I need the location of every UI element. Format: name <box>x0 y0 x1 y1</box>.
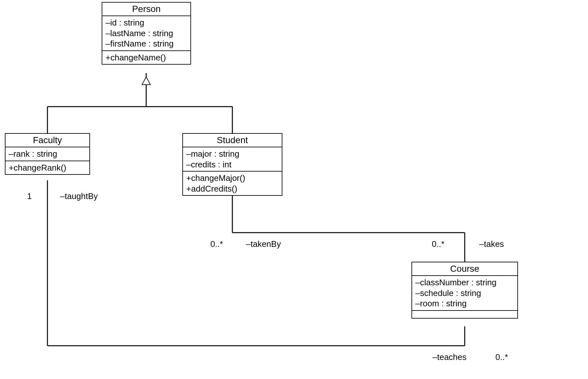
class-operations: +changeRank() <box>5 161 89 174</box>
class-attributes: –major : string –credits : int <box>183 147 282 172</box>
class-operations: +changeName() <box>102 51 190 64</box>
attr: –firstName : string <box>106 38 187 49</box>
uml-class-diagram: Person –id : string –lastName : string –… <box>0 0 588 379</box>
multiplicity-taughtby: 1 <box>27 191 32 201</box>
attr: –classNumber : string <box>415 277 514 288</box>
role-takes: –takes <box>479 239 504 249</box>
class-faculty: Faculty –rank : string +changeRank() <box>5 133 90 175</box>
op: +addCredits() <box>186 184 279 194</box>
multiplicity-takenby: 0..* <box>210 239 223 249</box>
class-operations: +changeMajor() +addCredits() <box>183 172 282 195</box>
attr: –schedule : string <box>415 288 514 299</box>
op: +changeRank() <box>9 163 86 173</box>
class-name: Faculty <box>5 134 89 147</box>
attr: –credits : int <box>186 159 279 170</box>
class-operations <box>412 311 517 318</box>
class-name: Course <box>412 262 517 276</box>
op: +changeMajor() <box>186 173 279 184</box>
class-attributes: –classNumber : string –schedule : string… <box>412 276 517 311</box>
role-teaches: –teaches <box>432 352 467 362</box>
multiplicity-teaches: 0..* <box>495 352 508 362</box>
class-name: Student <box>183 134 282 147</box>
class-name: Person <box>102 3 190 16</box>
attr: –rank : string <box>9 149 86 159</box>
class-attributes: –id : string –lastName : string –firstNa… <box>102 16 190 51</box>
multiplicity-takes: 0..* <box>432 239 444 249</box>
class-student: Student –major : string –credits : int +… <box>182 133 282 196</box>
attr: –major : string <box>186 149 279 159</box>
op: +changeName() <box>106 52 187 63</box>
attr: –id : string <box>106 17 187 28</box>
attr: –room : string <box>415 298 514 309</box>
role-takenby: –takenBy <box>246 239 281 249</box>
class-person: Person –id : string –lastName : string –… <box>102 2 191 65</box>
class-course: Course –classNumber : string –schedule :… <box>411 262 518 319</box>
class-attributes: –rank : string <box>5 147 89 161</box>
connectors-layer <box>0 0 588 379</box>
role-taughtby: –taughtBy <box>60 191 98 201</box>
attr: –lastName : string <box>106 28 187 39</box>
